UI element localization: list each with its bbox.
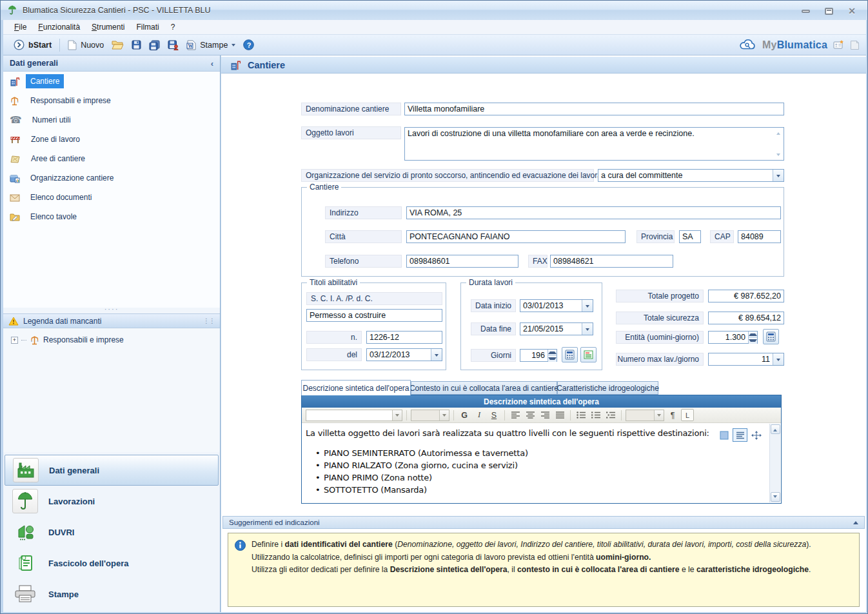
italic-button[interactable]: I [473,409,486,421]
indirizzo-input[interactable] [406,206,781,219]
collapse-chevron-icon[interactable]: ‹ [211,59,213,68]
fax-input[interactable] [550,255,673,268]
nuovo-button[interactable]: Nuovo [64,38,108,52]
spin-down-icon[interactable] [749,337,757,344]
tab-descrizione[interactable]: Descrizione sintetica dell'opera [301,380,411,395]
sidebar-item-elenco-documenti[interactable]: Elenco documenti [3,188,220,207]
open-button[interactable] [108,38,128,52]
chevron-down-icon[interactable] [431,349,442,361]
stampe-button[interactable]: W Stampe [182,38,239,52]
layout-button[interactable]: L [681,409,694,421]
multilevel-list-button[interactable] [604,409,617,421]
sidebar-item-numeri-utili[interactable]: ☎ Numeri utili [3,110,220,130]
nav-dati-generali[interactable]: Dati generali [5,455,219,486]
suggestions-header[interactable]: Suggerimenti ed indicazioni [222,516,865,529]
font-family-select[interactable] [306,410,402,421]
chevron-down-icon[interactable] [582,300,593,312]
data-fine-label: Data fine [471,322,516,335]
calculator-button[interactable] [763,329,779,344]
align-center-button[interactable] [524,409,537,421]
totale-progetto-input[interactable] [708,290,784,302]
spin-down-icon[interactable] [548,355,557,362]
cap-input[interactable] [738,230,781,243]
tab-contesto[interactable]: Contesto in cui è collocata l'area di ca… [411,381,557,395]
chevron-down-icon[interactable] [773,353,784,365]
help-button[interactable]: ? [239,37,258,52]
chevron-down-icon[interactable] [773,170,784,181]
main-header: Cantiere [221,57,866,74]
bold-button[interactable]: G [458,409,471,421]
maxlav-select[interactable]: 11 [708,353,784,366]
calculator-button[interactable] [562,347,578,362]
provincia-input[interactable] [679,230,701,243]
sidebar-item-zone-lavoro[interactable]: Zone di lavoro [3,130,220,149]
telefono-input[interactable] [406,255,518,268]
panel-splitter[interactable]: ···· [3,306,220,312]
scroll-up-icon[interactable] [771,424,780,434]
sidebar-item-elenco-tavole[interactable]: Elenco tavole [3,207,220,226]
editor-scrollbar[interactable] [769,424,780,502]
umbrella-icon [12,489,38,513]
fit-view-button[interactable] [749,428,764,442]
scroll-up-icon[interactable] [774,129,782,137]
nav-lavorazioni[interactable]: Lavorazioni [5,486,219,517]
nav-duvri[interactable]: DUVRI [5,517,219,548]
oggetto-textarea[interactable]: Lavori di costruzione di una villetta mo… [404,127,784,161]
draft-view-button[interactable] [733,428,747,442]
style-select[interactable] [626,410,664,421]
contact-card-new-icon[interactable] [833,40,844,50]
bullet-list-button[interactable] [575,409,587,421]
numbered-list-button[interactable] [589,409,602,421]
citta-input[interactable] [406,230,626,243]
sidebar-item-organizzazione[interactable]: Organizzazione cantiere [3,168,220,188]
titolo-n-label: n. [306,331,362,344]
menu-strumenti[interactable]: Strumenti [86,21,130,34]
chevron-down-icon[interactable] [582,323,593,335]
titolo-n-input[interactable] [366,331,442,344]
align-left-button[interactable] [509,409,522,421]
close-button[interactable]: ✕ [844,6,860,15]
phone-icon: ☎ [10,114,22,126]
collapse-up-icon[interactable] [853,519,858,524]
menu-file[interactable]: File [8,21,32,34]
restore-button[interactable] [821,6,836,15]
tab-caratteristiche[interactable]: Caratteristiche idrogeologiche [557,381,658,395]
sidebar-item-responsabili[interactable]: Responsabili e imprese [3,91,220,110]
spin-up-icon[interactable] [548,350,557,355]
giorni-stepper[interactable]: 196 [520,349,557,362]
totale-sicurezza-input[interactable] [708,312,784,324]
pilcrow-button[interactable]: ¶ [666,409,679,421]
align-justify-button[interactable] [553,409,566,421]
entita-stepper[interactable]: 1.300 [708,331,758,344]
menu-funzionalita[interactable]: Funzionalità [32,21,86,34]
legend-tree-item[interactable]: + Responsabili e imprese [3,332,220,348]
titolo-del-datepicker[interactable]: 03/12/2013 [366,348,442,361]
tree-expand-icon[interactable]: + [11,337,18,344]
spin-up-icon[interactable] [749,332,757,337]
denominazione-input[interactable] [404,103,784,115]
nav-stampe[interactable]: Stampe [5,579,219,609]
scroll-down-icon[interactable] [771,492,780,502]
underline-button[interactable]: S [488,409,500,421]
sidebar-item-cantiere[interactable]: Cantiere [3,72,220,91]
sidebar-item-aree-cantiere[interactable]: Aree di cantiere [3,149,220,168]
data-fine-datepicker[interactable]: 21/05/2015 [520,322,593,335]
align-right-button[interactable] [538,409,551,421]
scroll-down-icon[interactable] [774,151,782,159]
titolo-permesso-input[interactable] [306,309,442,322]
worklist-button[interactable] [580,347,597,362]
menu-filmati[interactable]: Filmati [130,21,164,34]
font-size-select[interactable] [411,410,449,421]
rich-text-editor: Descrizione sintetica dell'opera G I S [301,395,782,504]
data-inizio-datepicker[interactable]: 03/01/2013 [520,299,593,312]
save-all-button[interactable] [145,38,164,52]
save-as-user-button[interactable] [164,38,182,52]
save-button[interactable] [128,38,145,52]
minimize-button[interactable] [798,6,813,15]
nav-fascicolo[interactable]: Fascicolo dell'opera [5,548,219,579]
organizzazione-select[interactable]: a cura del committente [598,169,784,182]
bstart-button[interactable]: bStart [10,37,55,52]
page-view-button[interactable] [716,428,731,442]
editor-content[interactable]: La villetta oggetto dei lavori sarà real… [302,423,769,503]
menu-help[interactable]: ? [165,21,181,34]
